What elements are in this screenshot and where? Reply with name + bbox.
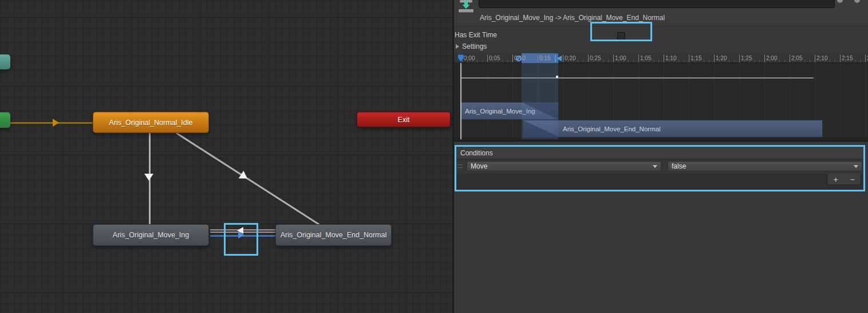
conditions-footer [456, 174, 863, 190]
transition-arrow-icon [144, 174, 153, 181]
transition-name-field[interactable] [479, 0, 835, 8]
tick-label: 2:00 [764, 54, 777, 62]
timeline-bottom-strip [454, 138, 868, 141]
tick-label: 1:20 [714, 54, 727, 62]
tick-label: 0:25 [588, 54, 601, 62]
condition-parameter-dropdown[interactable]: Move [467, 161, 661, 171]
state-node-exit[interactable]: Exit [357, 112, 451, 127]
transition-icon [459, 0, 474, 13]
blend-curve-endpoint[interactable] [556, 76, 558, 78]
tick-label: 2:05 [790, 54, 802, 62]
condition-value: false [672, 162, 686, 170]
tick-label: 0:15 [538, 54, 550, 62]
state-machine-canvas[interactable]: Aris_Original_Normal_Idle Exit Aris_Orig… [0, 0, 452, 313]
tick-label: 1:15 [689, 54, 701, 62]
state-node-entry-partial[interactable] [0, 112, 10, 128]
tick-label: 1:05 [638, 54, 651, 62]
drag-handle-icon[interactable] [457, 165, 463, 168]
tick-label: 0:20 [563, 54, 575, 62]
playhead-marker[interactable] [457, 54, 465, 63]
exit-time-marker-bar[interactable] [555, 55, 556, 62]
clip-label: Aris_Original_Move_End_Normal [563, 120, 661, 137]
transition-region-body[interactable] [522, 63, 558, 139]
foldout-triangle-icon[interactable] [456, 44, 459, 49]
tick-label: 2:15 [840, 54, 853, 62]
has-exit-time-label: Has Exit Time [455, 31, 497, 39]
conditions-header: Conditions [456, 147, 863, 159]
tick-label: 1:00 [613, 54, 626, 62]
selection-highlight-box [590, 22, 652, 41]
blend-curve-line [461, 77, 814, 79]
tick-label: 1:10 [664, 54, 676, 62]
tick-label: 1:25 [739, 54, 752, 62]
transition-idle-to-moveend[interactable] [176, 132, 320, 225]
transition-arrow-icon [53, 119, 59, 127]
state-node-move-ing[interactable]: Aris_Original_Move_Ing [93, 224, 209, 246]
condition-value-dropdown[interactable]: false [668, 161, 862, 171]
tick-label: 0:05 [487, 54, 500, 62]
state-node-idle[interactable]: Aris_Original_Normal_Idle [93, 112, 209, 133]
exit-time-marker-icon[interactable] [557, 56, 562, 61]
add-condition-button[interactable]: + [833, 175, 838, 184]
transition-title: Aris_Original_Move_Ing -> Aris_Original_… [480, 14, 665, 22]
condition-parameter-value: Move [471, 162, 487, 170]
conditions-list-buttons: + − [827, 174, 861, 185]
playhead-line [460, 63, 461, 139]
transition-start-marker-icon[interactable] [516, 56, 522, 61]
chevron-down-icon [653, 165, 657, 168]
state-node-anystate-partial[interactable] [0, 54, 10, 69]
selection-highlight-box [224, 223, 258, 256]
timeline-clip-move-end-normal[interactable]: Aris_Original_Move_End_Normal [523, 120, 823, 138]
settings-foldout-label[interactable]: Settings [462, 42, 487, 50]
transition-entry-to-idle[interactable] [10, 122, 93, 124]
state-node-move-end-normal[interactable]: Aris_Original_Move_End_Normal [275, 224, 392, 246]
tick-label: 2:10 [815, 54, 827, 62]
chevron-down-icon [854, 165, 858, 168]
animator-window: Aris_Original_Normal_Idle Exit Aris_Orig… [0, 0, 868, 313]
remove-condition-button[interactable]: − [850, 175, 854, 184]
tick-label: 2:2 [865, 54, 868, 62]
